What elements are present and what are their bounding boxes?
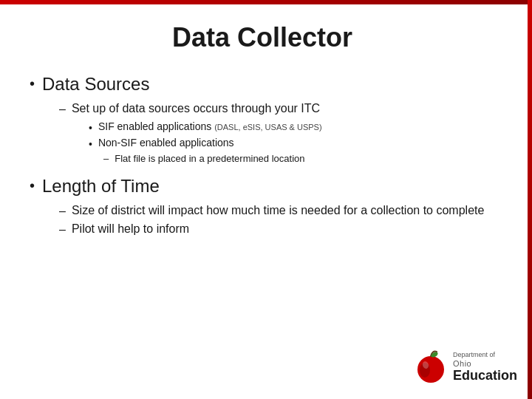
bullet-pilot: – Pilot will help to inform [59,222,495,236]
sif-label: SIF enabled applications [98,120,211,132]
bullet-setup-itc-text: Set up of data sources occurs through yo… [72,102,320,115]
slide-content: Data Collector • Data Sources – Set up o… [0,0,532,263]
bullet-size-district: – Size of district will impact how much … [59,204,495,218]
logo-education-label: Education [453,369,517,382]
section-length-of-time: • Length of Time – Size of district will… [30,176,495,236]
right-bar [528,0,532,399]
dash-1: – [59,103,66,116]
bullet-data-sources: • Data Sources [30,74,495,95]
top-bar [0,0,532,4]
bullet-sif-text: SIF enabled applications (DASL, eSIS, US… [98,120,322,132]
bullet-non-sif-text: Non-SIF enabled applications [98,137,234,149]
dash-flat: – [103,153,109,164]
bullet-length-text: Length of Time [42,176,160,197]
bullet-pilot-text: Pilot will help to inform [72,222,189,236]
ohio-education-logo: Department of Ohio Education [413,347,517,386]
bullet-flat-text: Flat file is placed in a predetermined l… [115,153,304,164]
bullet-length-of-time: • Length of Time [30,176,495,197]
section-data-sources: • Data Sources – Set up of data sources … [30,74,495,164]
logo-dept-label: Department of [453,351,495,360]
bullet-dot-2: • [30,177,35,194]
bullet-non-sif: • Non-SIF enabled applications [89,137,495,150]
dot-sif: • [89,122,92,134]
slide-title: Data Collector [30,22,495,53]
dot-non-sif: • [89,138,92,150]
bullet-flat-file: – Flat file is placed in a predetermined… [103,153,495,164]
bullet-size-district-text: Size of district will impact how much ti… [72,204,484,217]
bullet-data-sources-text: Data Sources [42,74,149,95]
dash-2: – [59,205,66,218]
logo-text: Department of Ohio Education [453,351,517,383]
sif-suffix: (DASL, eSIS, USAS & USPS) [214,123,322,132]
bullet-sif-enabled: • SIF enabled applications (DASL, eSIS, … [89,120,495,134]
bullet-dot-1: • [30,75,35,92]
dash-3: – [59,223,66,236]
apple-icon [413,347,449,386]
bullet-setup-itc: – Set up of data sources occurs through … [59,102,495,116]
slide: Data Collector • Data Sources – Set up o… [0,0,532,399]
